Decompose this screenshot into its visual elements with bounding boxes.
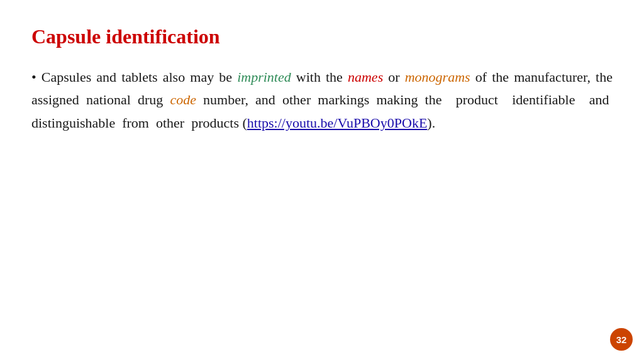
slide-container: Capsule identification • Capsules and ta…	[0, 0, 644, 160]
highlight-names: names	[348, 69, 383, 85]
text-closing-paren: ).	[427, 115, 435, 131]
highlight-imprinted: imprinted	[237, 69, 291, 85]
text-or: or	[383, 69, 405, 85]
slide-number: 32	[610, 328, 633, 351]
youtube-link[interactable]: https://youtu.be/VuPBOy0POkE	[247, 115, 428, 131]
slide-title: Capsule identification	[31, 25, 613, 48]
highlight-code: code	[170, 92, 196, 107]
text-with-the: with the	[291, 69, 348, 85]
text-bullets: • Capsules and tablets also may be	[31, 69, 237, 85]
slide-body: • Capsules and tablets also may be impri…	[31, 66, 613, 134]
highlight-monograms: monograms	[405, 69, 470, 85]
